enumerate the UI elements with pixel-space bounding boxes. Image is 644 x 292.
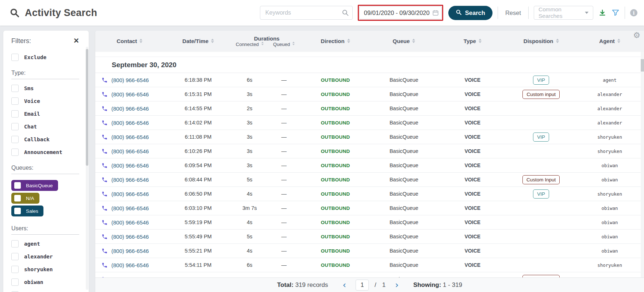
queue-cell: BasicQueue — [370, 262, 438, 268]
table-row[interactable]: (800) 966-6546 6:14:55 PM 2s — OUTBOUND … — [95, 101, 644, 116]
table-row[interactable]: (800) 966-6546 6:03:10 PM 3m 7s — OUTBOU… — [95, 201, 644, 215]
user-checkbox-row[interactable]: agent — [11, 240, 79, 247]
column-header-contact[interactable]: Contact — [95, 31, 164, 51]
type-checkbox[interactable] — [11, 110, 19, 118]
column-header-disposition[interactable]: Disposition — [507, 31, 575, 51]
contact-phone-link[interactable]: (800) 966-6546 — [111, 234, 149, 240]
queue-checkbox[interactable] — [14, 208, 21, 214]
user-checkbox[interactable] — [11, 253, 19, 260]
column-header-queued[interactable]: Queued — [267, 42, 301, 51]
contact-phone-link[interactable]: (800) 966-6546 — [111, 120, 149, 126]
exclude-checkbox-row[interactable]: Exclude — [11, 54, 79, 61]
datetime-cell: 6:09:54 PM — [164, 162, 233, 168]
contact-phone-link[interactable]: (800) 966-6546 — [111, 162, 149, 169]
contact-phone-link[interactable]: (800) 966-6546 — [111, 205, 149, 211]
queue-badge[interactable]: Sales — [11, 205, 43, 216]
previous-page-button[interactable]: ‹ — [339, 281, 350, 289]
column-header-connected[interactable]: Connected — [233, 42, 267, 51]
table-row[interactable]: (800) 966-6546 6:10:26 PM 3s — OUTBOUND … — [95, 144, 644, 158]
info-button[interactable]: i — [630, 9, 637, 16]
type-checkbox[interactable] — [11, 97, 19, 105]
type-checkbox[interactable] — [11, 149, 19, 156]
queue-badge[interactable]: BasicQueue — [11, 180, 58, 191]
type-checkbox[interactable] — [11, 85, 19, 92]
datetime-cell: 5:55:49 PM — [164, 234, 233, 239]
column-header-queue[interactable]: Queue — [370, 31, 438, 51]
table-row[interactable]: (800) 966-6546 6:18:38 PM 6s — OUTBOUND … — [95, 73, 644, 87]
calendar-icon[interactable] — [432, 9, 439, 18]
contact-phone-link[interactable]: (800) 966-6546 — [111, 148, 149, 154]
type-checkbox-row[interactable]: Sms — [11, 85, 79, 92]
contact-phone-link[interactable]: (800) 966-6546 — [111, 219, 149, 226]
sort-icon[interactable] — [139, 39, 142, 43]
column-header-type[interactable]: Type — [438, 31, 507, 51]
table-row[interactable]: (800) 966-6546 6:14:02 PM 3s — OUTBOUND … — [95, 116, 644, 130]
filter-button[interactable] — [612, 9, 620, 17]
sidebar-scrollbar[interactable] — [86, 47, 88, 290]
user-checkbox[interactable] — [11, 240, 19, 247]
table-row[interactable]: (800) 966-6546 5:59:19 PM 4s — OUTBOUND … — [95, 215, 644, 230]
column-header-direction[interactable]: Direction — [301, 31, 370, 51]
contact-phone-link[interactable]: (800) 966-6546 — [111, 248, 149, 254]
sort-icon[interactable] — [292, 42, 295, 45]
type-checkbox[interactable] — [11, 123, 19, 130]
common-searches-select[interactable]: Common Searches — [534, 6, 593, 20]
datetime-cell: 5:55:21 PM — [164, 248, 233, 254]
contact-phone-link[interactable]: (800) 966-6546 — [111, 134, 149, 140]
table-row[interactable]: (800) 966-6546 5:54:11 PM 6s — OUTBOUND … — [95, 258, 644, 272]
type-checkbox-row[interactable]: Email — [11, 110, 79, 118]
download-button[interactable] — [598, 9, 606, 17]
table-row[interactable]: (800) 966-6546 6:11:08 PM 3s — OUTBOUND … — [95, 130, 644, 144]
sort-icon[interactable] — [479, 39, 482, 43]
user-checkbox-row[interactable]: obiwan — [11, 278, 79, 286]
type-checkbox[interactable] — [11, 136, 19, 143]
gear-icon[interactable]: ⚙ — [633, 31, 640, 39]
table-row[interactable]: (800) 966-6546 6:06:50 PM 4s — OUTBOUND … — [95, 187, 644, 201]
type-checkbox-row[interactable]: Voice — [11, 97, 79, 105]
contact-phone-link[interactable]: (800) 966-6546 — [111, 177, 149, 183]
datetime-cell: 6:15:31 PM — [164, 91, 233, 97]
contact-phone-link[interactable]: (800) 966-6546 — [111, 105, 149, 112]
queue-badge[interactable]: N/A — [11, 193, 39, 204]
header-spacer — [95, 52, 644, 57]
next-page-button[interactable]: › — [391, 281, 402, 289]
sort-icon[interactable] — [261, 42, 264, 45]
contact-phone-link[interactable]: (800) 966-6546 — [111, 77, 149, 83]
agent-cell: obiwan — [575, 177, 644, 182]
table-row[interactable]: (800) 966-6546 6:08:44 PM 5s — OUTBOUND … — [95, 173, 644, 187]
contact-cell: (800) 966-6546 — [95, 177, 164, 183]
keywords-field-wrap — [260, 6, 353, 20]
contact-phone-link[interactable]: (800) 966-6546 — [111, 191, 149, 197]
page-number-input[interactable]: 1 — [356, 280, 369, 291]
type-checkbox-row[interactable]: Chat — [11, 123, 79, 130]
sort-icon[interactable] — [211, 39, 214, 43]
keywords-input[interactable] — [260, 6, 353, 20]
close-icon[interactable]: ✕ — [73, 37, 79, 44]
table-row[interactable]: (800) 966-6546 5:55:49 PM 5s — OUTBOUND … — [95, 230, 644, 244]
queue-checkbox[interactable] — [14, 182, 21, 189]
type-checkbox-row[interactable]: Callback — [11, 136, 79, 143]
search-button[interactable]: Search — [448, 6, 492, 20]
type-checkbox-row[interactable]: Announcement — [11, 149, 79, 156]
date-range-input[interactable] — [359, 6, 442, 19]
table-row[interactable]: (800) 966-6546 5:55:21 PM 4s — OUTBOUND … — [95, 244, 644, 258]
user-checkbox-row[interactable]: shoryuken — [11, 266, 79, 273]
table-scrollbar[interactable] — [641, 52, 644, 277]
sort-icon[interactable] — [617, 39, 620, 43]
table-row[interactable]: (800) 966-6546 6:15:31 PM 3s — OUTBOUND … — [95, 87, 644, 101]
user-checkbox[interactable] — [11, 266, 19, 273]
table-row[interactable]: (800) 966-6546 6:09:54 PM 3s — OUTBOUND … — [95, 158, 644, 173]
contact-phone-link[interactable]: (800) 966-6546 — [111, 262, 149, 268]
column-header-datetime[interactable]: Date/Time — [164, 31, 233, 51]
reset-button[interactable]: Reset — [503, 9, 523, 16]
sort-icon[interactable] — [347, 39, 350, 43]
sort-icon[interactable] — [412, 39, 415, 43]
sort-icon[interactable] — [556, 39, 559, 43]
table-scrollbar-thumb[interactable] — [641, 59, 644, 72]
sidebar-scrollbar-thumb[interactable] — [86, 49, 88, 166]
queue-checkbox[interactable] — [14, 195, 21, 201]
user-checkbox[interactable] — [11, 278, 19, 286]
user-checkbox-row[interactable]: alexander — [11, 253, 79, 260]
contact-phone-link[interactable]: (800) 966-6546 — [111, 91, 149, 97]
exclude-checkbox[interactable] — [11, 54, 19, 61]
